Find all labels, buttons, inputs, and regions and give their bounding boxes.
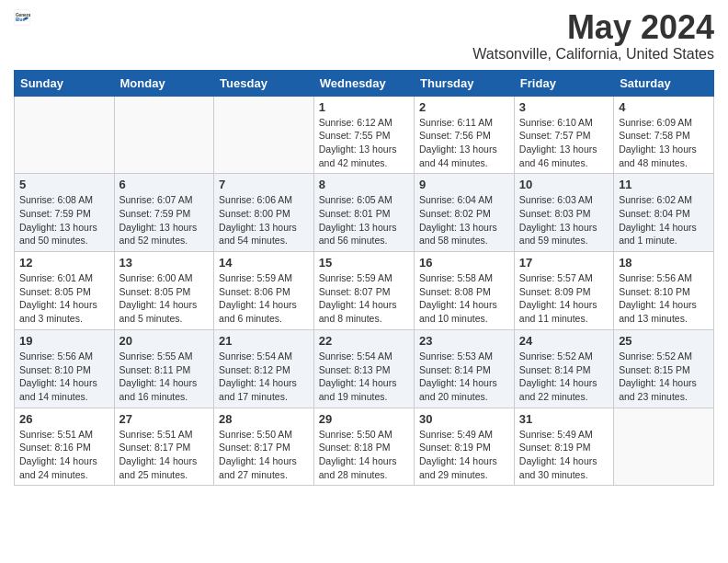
calendar-table: SundayMondayTuesdayWednesdayThursdayFrid… bbox=[14, 70, 714, 487]
day-number: 24 bbox=[519, 334, 609, 348]
weekday-header-saturday: Saturday bbox=[614, 70, 714, 96]
calendar-day-cell: 27Sunrise: 5:51 AM Sunset: 8:17 PM Dayli… bbox=[114, 408, 214, 486]
day-info: Sunrise: 6:11 AM Sunset: 7:56 PM Dayligh… bbox=[419, 116, 509, 170]
day-number: 2 bbox=[419, 100, 509, 114]
day-info: Sunrise: 6:07 AM Sunset: 7:59 PM Dayligh… bbox=[119, 193, 210, 247]
day-info: Sunrise: 6:04 AM Sunset: 8:02 PM Dayligh… bbox=[419, 193, 509, 247]
day-number: 10 bbox=[519, 178, 609, 191]
logo: General Blue bbox=[14, 9, 30, 29]
day-number: 17 bbox=[519, 256, 609, 270]
weekday-header-row: SundayMondayTuesdayWednesdayThursdayFrid… bbox=[15, 70, 714, 96]
day-info: Sunrise: 6:05 AM Sunset: 8:01 PM Dayligh… bbox=[319, 193, 409, 247]
calendar-day-cell: 23Sunrise: 5:53 AM Sunset: 8:14 PM Dayli… bbox=[415, 329, 515, 408]
day-number: 29 bbox=[319, 412, 409, 426]
calendar-day-cell: 15Sunrise: 5:59 AM Sunset: 8:07 PM Dayli… bbox=[313, 252, 414, 330]
day-number: 8 bbox=[319, 178, 409, 191]
calendar-day-cell: 30Sunrise: 5:49 AM Sunset: 8:19 PM Dayli… bbox=[415, 408, 515, 486]
weekday-header-sunday: Sunday bbox=[15, 70, 115, 96]
calendar-day-cell: 9Sunrise: 6:04 AM Sunset: 8:02 PM Daylig… bbox=[415, 174, 515, 252]
calendar-day-cell: 11Sunrise: 6:02 AM Sunset: 8:04 PM Dayli… bbox=[614, 174, 714, 252]
day-number: 21 bbox=[219, 334, 309, 348]
day-number: 4 bbox=[619, 100, 709, 114]
calendar-day-cell: 28Sunrise: 5:50 AM Sunset: 8:17 PM Dayli… bbox=[214, 408, 314, 486]
calendar-day-cell: 17Sunrise: 5:57 AM Sunset: 8:09 PM Dayli… bbox=[514, 252, 613, 330]
calendar-day-cell: 6Sunrise: 6:07 AM Sunset: 7:59 PM Daylig… bbox=[114, 174, 214, 252]
page-header: General Blue May 2024 Watsonville, Calif… bbox=[14, 9, 714, 63]
svg-text:General: General bbox=[16, 13, 30, 17]
day-info: Sunrise: 5:56 AM Sunset: 8:10 PM Dayligh… bbox=[619, 271, 709, 326]
day-info: Sunrise: 6:08 AM Sunset: 7:59 PM Dayligh… bbox=[19, 193, 109, 247]
month-title: May 2024 bbox=[472, 9, 714, 46]
day-info: Sunrise: 6:09 AM Sunset: 7:58 PM Dayligh… bbox=[619, 116, 709, 170]
calendar-week-row: 1Sunrise: 6:12 AM Sunset: 7:55 PM Daylig… bbox=[15, 96, 714, 174]
day-info: Sunrise: 6:12 AM Sunset: 7:55 PM Dayligh… bbox=[319, 116, 409, 170]
day-info: Sunrise: 5:52 AM Sunset: 8:14 PM Dayligh… bbox=[519, 350, 609, 404]
calendar-day-cell: 20Sunrise: 5:55 AM Sunset: 8:11 PM Dayli… bbox=[114, 329, 214, 408]
day-info: Sunrise: 5:49 AM Sunset: 8:19 PM Dayligh… bbox=[419, 428, 509, 482]
calendar-day-cell bbox=[114, 96, 214, 174]
calendar-week-row: 26Sunrise: 5:51 AM Sunset: 8:16 PM Dayli… bbox=[15, 408, 714, 486]
day-number: 12 bbox=[19, 256, 109, 270]
day-info: Sunrise: 6:02 AM Sunset: 8:04 PM Dayligh… bbox=[619, 193, 709, 247]
day-number: 3 bbox=[519, 100, 609, 114]
day-info: Sunrise: 6:06 AM Sunset: 8:00 PM Dayligh… bbox=[219, 193, 309, 247]
day-number: 19 bbox=[19, 334, 109, 348]
day-info: Sunrise: 5:54 AM Sunset: 8:13 PM Dayligh… bbox=[319, 350, 409, 404]
day-info: Sunrise: 5:50 AM Sunset: 8:17 PM Dayligh… bbox=[219, 428, 309, 482]
day-info: Sunrise: 6:00 AM Sunset: 8:05 PM Dayligh… bbox=[119, 271, 210, 326]
title-area: May 2024 Watsonville, California, United… bbox=[472, 9, 714, 63]
day-info: Sunrise: 5:56 AM Sunset: 8:10 PM Dayligh… bbox=[19, 350, 109, 404]
day-info: Sunrise: 5:58 AM Sunset: 8:08 PM Dayligh… bbox=[419, 271, 509, 326]
calendar-day-cell: 31Sunrise: 5:49 AM Sunset: 8:19 PM Dayli… bbox=[514, 408, 613, 486]
day-info: Sunrise: 5:51 AM Sunset: 8:16 PM Dayligh… bbox=[19, 428, 109, 482]
day-info: Sunrise: 5:49 AM Sunset: 8:19 PM Dayligh… bbox=[519, 428, 609, 482]
calendar-day-cell: 10Sunrise: 6:03 AM Sunset: 8:03 PM Dayli… bbox=[514, 174, 613, 252]
day-info: Sunrise: 5:50 AM Sunset: 8:18 PM Dayligh… bbox=[319, 428, 409, 482]
calendar-day-cell: 5Sunrise: 6:08 AM Sunset: 7:59 PM Daylig… bbox=[15, 174, 115, 252]
calendar-day-cell: 25Sunrise: 5:52 AM Sunset: 8:15 PM Dayli… bbox=[614, 329, 714, 408]
calendar-day-cell: 8Sunrise: 6:05 AM Sunset: 8:01 PM Daylig… bbox=[313, 174, 414, 252]
day-info: Sunrise: 5:54 AM Sunset: 8:12 PM Dayligh… bbox=[219, 350, 309, 404]
day-number: 26 bbox=[19, 412, 109, 426]
day-info: Sunrise: 6:03 AM Sunset: 8:03 PM Dayligh… bbox=[519, 193, 609, 247]
calendar-day-cell: 19Sunrise: 5:56 AM Sunset: 8:10 PM Dayli… bbox=[15, 329, 115, 408]
day-info: Sunrise: 5:57 AM Sunset: 8:09 PM Dayligh… bbox=[519, 271, 609, 326]
calendar-day-cell: 29Sunrise: 5:50 AM Sunset: 8:18 PM Dayli… bbox=[313, 408, 414, 486]
calendar-day-cell: 26Sunrise: 5:51 AM Sunset: 8:16 PM Dayli… bbox=[15, 408, 115, 486]
weekday-header-wednesday: Wednesday bbox=[313, 70, 414, 96]
day-number: 9 bbox=[419, 178, 509, 191]
day-info: Sunrise: 5:59 AM Sunset: 8:07 PM Dayligh… bbox=[319, 271, 409, 326]
calendar-day-cell: 21Sunrise: 5:54 AM Sunset: 8:12 PM Dayli… bbox=[214, 329, 314, 408]
day-number: 30 bbox=[419, 412, 509, 426]
day-number: 15 bbox=[319, 256, 409, 270]
day-info: Sunrise: 6:01 AM Sunset: 8:05 PM Dayligh… bbox=[19, 271, 109, 326]
day-number: 7 bbox=[219, 178, 309, 191]
calendar-day-cell: 2Sunrise: 6:11 AM Sunset: 7:56 PM Daylig… bbox=[415, 96, 515, 174]
day-number: 28 bbox=[219, 412, 309, 426]
day-info: Sunrise: 5:53 AM Sunset: 8:14 PM Dayligh… bbox=[419, 350, 509, 404]
day-number: 1 bbox=[319, 100, 409, 114]
day-number: 18 bbox=[619, 256, 709, 270]
day-number: 27 bbox=[119, 412, 210, 426]
day-info: Sunrise: 5:59 AM Sunset: 8:06 PM Dayligh… bbox=[219, 271, 309, 326]
calendar-day-cell: 7Sunrise: 6:06 AM Sunset: 8:00 PM Daylig… bbox=[214, 174, 314, 252]
calendar-day-cell bbox=[15, 96, 115, 174]
logo-mark: General Blue bbox=[14, 9, 30, 29]
day-number: 11 bbox=[619, 178, 709, 191]
calendar-day-cell: 14Sunrise: 5:59 AM Sunset: 8:06 PM Dayli… bbox=[214, 252, 314, 330]
day-number: 6 bbox=[119, 178, 210, 191]
calendar-day-cell: 16Sunrise: 5:58 AM Sunset: 8:08 PM Dayli… bbox=[415, 252, 515, 330]
calendar-day-cell bbox=[614, 408, 714, 486]
day-number: 23 bbox=[419, 334, 509, 348]
day-number: 20 bbox=[119, 334, 210, 348]
day-number: 5 bbox=[19, 178, 109, 191]
day-info: Sunrise: 6:10 AM Sunset: 7:57 PM Dayligh… bbox=[519, 116, 609, 170]
calendar-day-cell: 22Sunrise: 5:54 AM Sunset: 8:13 PM Dayli… bbox=[313, 329, 414, 408]
weekday-header-tuesday: Tuesday bbox=[214, 70, 314, 96]
calendar-week-row: 19Sunrise: 5:56 AM Sunset: 8:10 PM Dayli… bbox=[15, 329, 714, 408]
weekday-header-monday: Monday bbox=[114, 70, 214, 96]
day-info: Sunrise: 5:51 AM Sunset: 8:17 PM Dayligh… bbox=[119, 428, 210, 482]
calendar-week-row: 12Sunrise: 6:01 AM Sunset: 8:05 PM Dayli… bbox=[15, 252, 714, 330]
day-number: 14 bbox=[219, 256, 309, 270]
calendar-week-row: 5Sunrise: 6:08 AM Sunset: 7:59 PM Daylig… bbox=[15, 174, 714, 252]
